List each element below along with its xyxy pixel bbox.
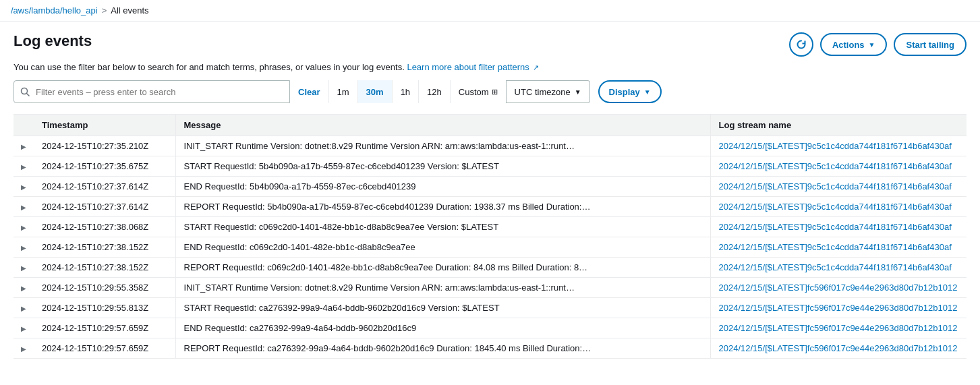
- actions-button[interactable]: Actions ▼: [820, 33, 888, 56]
- logstream-cell: 2024/12/15/[$LATEST]9c5c1c4cdda744f181f6…: [710, 237, 967, 258]
- timestamp-value: 2024-12-15T10:27:37.614Z: [42, 202, 148, 212]
- expand-cell[interactable]: ▶: [13, 177, 34, 197]
- expand-cell[interactable]: ▶: [13, 156, 34, 177]
- col-logstream: Log stream name: [710, 115, 967, 136]
- expand-cell[interactable]: ▶: [13, 338, 34, 359]
- external-link-icon: ↗: [533, 63, 539, 71]
- logstream-cell: 2024/12/15/[$LATEST]fc596f017c9e44e2963d…: [710, 298, 967, 318]
- logstream-link[interactable]: 2024/12/15/[$LATEST]fc596f017c9e44e2963d…: [719, 323, 959, 333]
- timestamp-value: 2024-12-15T10:29:57.659Z: [42, 343, 148, 353]
- expand-cell[interactable]: ▶: [13, 278, 34, 298]
- learn-more-link[interactable]: Learn more about filter patterns ↗: [407, 62, 539, 72]
- logstream-cell: 2024/12/15/[$LATEST]fc596f017c9e44e2963d…: [710, 278, 967, 298]
- message-value: START RequestId: c069c2d0-1401-482e-bb1c…: [184, 222, 499, 232]
- logstream-link[interactable]: 2024/12/15/[$LATEST]fc596f017c9e44e2963d…: [719, 343, 959, 353]
- expand-arrow-icon[interactable]: ▶: [21, 325, 26, 332]
- logstream-link[interactable]: 2024/12/15/[$LATEST]9c5c1c4cdda744f181f6…: [719, 262, 959, 272]
- logstream-cell: 2024/12/15/[$LATEST]9c5c1c4cdda744f181f6…: [710, 217, 967, 237]
- logstream-link[interactable]: 2024/12/15/[$LATEST]9c5c1c4cdda744f181f6…: [719, 141, 959, 151]
- breadcrumb-current: All events: [111, 5, 148, 16]
- expand-cell[interactable]: ▶: [13, 318, 34, 338]
- display-button[interactable]: Display ▼: [598, 80, 662, 103]
- table-row: ▶2024-12-15T10:29:55.358ZINIT_START Runt…: [13, 278, 967, 298]
- timestamp-cell: 2024-12-15T10:27:38.152Z: [34, 258, 175, 278]
- logstream-link[interactable]: 2024/12/15/[$LATEST]9c5c1c4cdda744f181f6…: [719, 181, 959, 191]
- col-timestamp: Timestamp: [34, 115, 175, 136]
- time-1m-button[interactable]: 1m: [329, 80, 358, 103]
- message-cell: REPORT RequestId: c069c2d0-1401-482e-bb1…: [175, 258, 710, 278]
- clear-button[interactable]: Clear: [290, 80, 329, 103]
- expand-arrow-icon[interactable]: ▶: [21, 183, 26, 191]
- timestamp-value: 2024-12-15T10:27:35.675Z: [42, 161, 148, 171]
- logstream-link[interactable]: 2024/12/15/[$LATEST]fc596f017c9e44e2963d…: [719, 303, 959, 313]
- expand-arrow-icon[interactable]: ▶: [21, 204, 26, 211]
- logstream-cell: 2024/12/15/[$LATEST]fc596f017c9e44e2963d…: [710, 318, 967, 338]
- time-30m-button[interactable]: 30m: [358, 80, 393, 103]
- expand-cell[interactable]: ▶: [13, 237, 34, 258]
- table-row: ▶2024-12-15T10:29:55.813ZSTART RequestId…: [13, 298, 967, 318]
- logstream-link[interactable]: 2024/12/15/[$LATEST]9c5c1c4cdda744f181f6…: [719, 161, 959, 171]
- logstream-link[interactable]: 2024/12/15/[$LATEST]fc596f017c9e44e2963d…: [719, 283, 959, 293]
- expand-cell[interactable]: ▶: [13, 298, 34, 318]
- logstream-cell: 2024/12/15/[$LATEST]fc596f017c9e44e2963d…: [710, 338, 967, 359]
- page-title: Log events: [13, 32, 92, 50]
- expand-arrow-icon[interactable]: ▶: [21, 143, 26, 150]
- timestamp-cell: 2024-12-15T10:27:35.210Z: [34, 136, 175, 156]
- timestamp-cell: 2024-12-15T10:29:57.659Z: [34, 338, 175, 359]
- start-tailing-label: Start tailing: [906, 40, 954, 50]
- logstream-link[interactable]: 2024/12/15/[$LATEST]9c5c1c4cdda744f181f6…: [719, 202, 959, 212]
- expand-arrow-icon[interactable]: ▶: [21, 305, 26, 312]
- expand-arrow-icon[interactable]: ▶: [21, 244, 26, 251]
- custom-time-button[interactable]: Custom ⊞: [451, 80, 506, 103]
- start-tailing-button[interactable]: Start tailing: [894, 33, 967, 56]
- expand-arrow-icon[interactable]: ▶: [21, 224, 26, 231]
- filter-input-wrapper: [13, 80, 290, 103]
- logstream-link[interactable]: 2024/12/15/[$LATEST]9c5c1c4cdda744f181f6…: [719, 242, 959, 252]
- time-1h-button[interactable]: 1h: [393, 80, 419, 103]
- message-cell: REPORT RequestId: 5b4b090a-a17b-4559-87e…: [175, 197, 710, 217]
- expand-arrow-icon[interactable]: ▶: [21, 163, 26, 171]
- search-icon: [20, 87, 30, 96]
- timestamp-cell: 2024-12-15T10:29:55.813Z: [34, 298, 175, 318]
- expand-arrow-icon[interactable]: ▶: [21, 264, 26, 272]
- breadcrumb: /aws/lambda/hello_api > All events: [0, 0, 980, 22]
- timestamp-value: 2024-12-15T10:27:38.068Z: [42, 222, 148, 232]
- expand-arrow-icon[interactable]: ▶: [21, 285, 26, 292]
- table-row: ▶2024-12-15T10:27:38.152ZREPORT RequestI…: [13, 258, 967, 278]
- breadcrumb-path[interactable]: /aws/lambda/hello_api: [11, 5, 98, 16]
- logstream-link[interactable]: 2024/12/15/[$LATEST]9c5c1c4cdda744f181f6…: [719, 222, 959, 232]
- timestamp-cell: 2024-12-15T10:27:38.068Z: [34, 217, 175, 237]
- expand-cell[interactable]: ▶: [13, 197, 34, 217]
- table-row: ▶2024-12-15T10:27:38.152ZEND RequestId: …: [13, 237, 967, 258]
- timestamp-cell: 2024-12-15T10:29:57.659Z: [34, 318, 175, 338]
- message-value: START RequestId: 5b4b090a-a17b-4559-87ec…: [184, 161, 499, 171]
- filter-input[interactable]: [13, 80, 290, 103]
- message-cell: END RequestId: ca276392-99a9-4a64-bddb-9…: [175, 318, 710, 338]
- timezone-button[interactable]: UTC timezone ▼: [507, 80, 590, 103]
- message-cell: REPORT RequestId: ca276392-99a9-4a64-bdd…: [175, 338, 710, 359]
- message-cell: START RequestId: c069c2d0-1401-482e-bb1c…: [175, 217, 710, 237]
- refresh-icon: [796, 39, 807, 50]
- message-cell: END RequestId: 5b4b090a-a17b-4559-87ec-c…: [175, 177, 710, 197]
- refresh-button[interactable]: [789, 32, 813, 57]
- time-12h-button[interactable]: 12h: [419, 80, 451, 103]
- logstream-cell: 2024/12/15/[$LATEST]9c5c1c4cdda744f181f6…: [710, 156, 967, 177]
- message-cell: START RequestId: ca276392-99a9-4a64-bddb…: [175, 298, 710, 318]
- timestamp-value: 2024-12-15T10:29:55.813Z: [42, 303, 148, 313]
- table-row: ▶2024-12-15T10:29:57.659ZEND RequestId: …: [13, 318, 967, 338]
- actions-label: Actions: [832, 40, 865, 50]
- timestamp-cell: 2024-12-15T10:27:37.614Z: [34, 197, 175, 217]
- log-table: Timestamp Message Log stream name ▶2024-…: [13, 114, 967, 359]
- breadcrumb-separator: >: [102, 5, 107, 16]
- page-subtitle: You can use the filter bar below to sear…: [13, 62, 967, 72]
- expand-cell[interactable]: ▶: [13, 217, 34, 237]
- message-cell: INIT_START Runtime Version: dotnet:8.v29…: [175, 278, 710, 298]
- filter-bar: Clear 1m 30m 1h 12h Custom ⊞ UTC timezon…: [13, 80, 967, 103]
- table-row: ▶2024-12-15T10:29:57.659ZREPORT RequestI…: [13, 338, 967, 359]
- message-cell: START RequestId: 5b4b090a-a17b-4559-87ec…: [175, 156, 710, 177]
- expand-cell[interactable]: ▶: [13, 258, 34, 278]
- expand-cell[interactable]: ▶: [13, 136, 34, 156]
- expand-arrow-icon[interactable]: ▶: [21, 345, 26, 353]
- col-expand: [13, 115, 34, 136]
- logstream-cell: 2024/12/15/[$LATEST]9c5c1c4cdda744f181f6…: [710, 136, 967, 156]
